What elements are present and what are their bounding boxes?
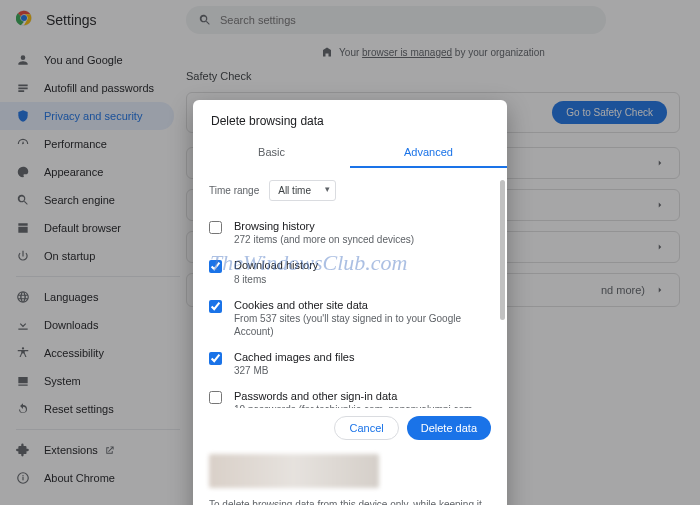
checkbox-cookies[interactable]: [209, 300, 222, 313]
checkbox-cache[interactable]: [209, 352, 222, 365]
dialog-title: Delete browsing data: [193, 100, 507, 138]
checkbox-row-cache[interactable]: Cached images and files327 MB: [209, 344, 491, 383]
checkbox-row-download-history[interactable]: Download history8 items: [209, 252, 491, 291]
checkbox-row-passwords[interactable]: Passwords and other sign-in data10 passw…: [209, 383, 491, 408]
dialog-footer-text: To delete browsing data from this device…: [193, 498, 507, 505]
delete-data-button[interactable]: Delete data: [407, 416, 491, 440]
time-range-select[interactable]: All time: [269, 180, 336, 201]
tab-basic[interactable]: Basic: [193, 138, 350, 168]
modal-scrim: Delete browsing data Basic Advanced Time…: [0, 0, 700, 505]
checkbox-download-history[interactable]: [209, 260, 222, 273]
tab-advanced[interactable]: Advanced: [350, 138, 507, 168]
checkbox-row-browsing-history[interactable]: Browsing history272 items (and more on s…: [209, 213, 491, 252]
blurred-account-info: [209, 454, 379, 488]
cancel-button[interactable]: Cancel: [334, 416, 398, 440]
time-range-label: Time range: [209, 185, 259, 196]
scrollbar-thumb[interactable]: [500, 180, 505, 320]
delete-browsing-data-dialog: Delete browsing data Basic Advanced Time…: [193, 100, 507, 505]
checkbox-browsing-history[interactable]: [209, 221, 222, 234]
checkbox-row-cookies[interactable]: Cookies and other site dataFrom 537 site…: [209, 292, 491, 344]
checkbox-passwords[interactable]: [209, 391, 222, 404]
